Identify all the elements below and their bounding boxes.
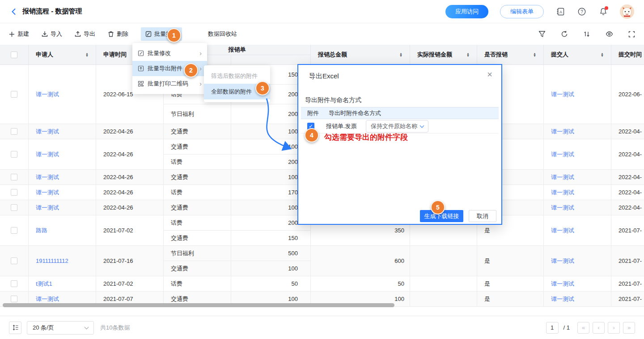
filter-icon[interactable]	[538, 30, 546, 38]
row-checkbox-cell	[0, 139, 29, 169]
applicant-link[interactable]: 谭一测试	[29, 200, 96, 215]
row-checkbox[interactable]	[11, 204, 17, 211]
submit-time-cell: 2022-04-	[611, 170, 644, 185]
app-access-button[interactable]: 应用访问	[445, 5, 488, 18]
column-header-submit-time[interactable]: 提交时间	[611, 45, 644, 64]
row-checkbox[interactable]	[11, 296, 17, 302]
sort-icon[interactable]: ▲▼	[85, 52, 89, 57]
row-checkbox[interactable]	[11, 227, 17, 234]
submitter-link[interactable]: 谭一测试	[544, 65, 611, 124]
applicant-link[interactable]: 路路	[29, 215, 96, 245]
total-count-label: 共10条数据	[100, 324, 130, 332]
qrcode-icon	[138, 81, 144, 87]
bell-icon[interactable]	[598, 7, 608, 17]
prev-page-button[interactable]: ‹	[593, 322, 605, 334]
annotation-text: 勾选需要导出的附件字段	[324, 132, 408, 142]
cancel-button[interactable]: 取消	[469, 210, 496, 222]
horizontal-scrollbar-thumb[interactable]	[3, 303, 394, 307]
import-button[interactable]: 导入	[42, 30, 62, 38]
help-icon[interactable]: ?	[577, 7, 587, 17]
row-checkbox-cell	[0, 200, 29, 215]
column-header-reimbursed[interactable]: 是否报销 ▲▼	[477, 45, 544, 64]
sort-icon[interactable]: ▲▼	[533, 52, 536, 57]
export-excel-modal: 导出Excel × 导出附件与命名方式 附件 导出时附件命名方式 ✓ 报销单.发…	[297, 64, 502, 225]
row-checkbox[interactable]	[11, 128, 17, 135]
row-checkbox[interactable]	[11, 257, 17, 264]
row-checkbox[interactable]	[11, 151, 17, 158]
first-page-button[interactable]: «	[577, 322, 589, 334]
applicant-link[interactable]: 谭一测试	[29, 139, 96, 169]
eye-icon[interactable]	[606, 30, 613, 38]
export-button[interactable]: 导出	[75, 30, 95, 38]
delete-button[interactable]: 删除	[108, 30, 128, 38]
sort-icon[interactable]	[583, 30, 590, 38]
column-header-actual-amount[interactable]: 实际报销金额 ▲▼	[410, 45, 477, 64]
applicant-link[interactable]: 谭一测试	[29, 170, 96, 185]
submit-time-cell: 2021-07-	[611, 292, 644, 306]
applicant-link[interactable]: 谭一测试	[29, 65, 96, 124]
next-page-button[interactable]: ›	[608, 322, 620, 334]
page-number-input[interactable]: 1	[546, 322, 559, 334]
menu-item-batch-print-qrcode[interactable]: 批量打印二维码 ›	[132, 76, 207, 91]
step-badge-1: 1	[167, 28, 181, 43]
submit-time-cell: 2022-04-	[611, 124, 644, 139]
table-row: 191111111122021-07-16节日福利500交通费100600是谭一…	[0, 246, 644, 276]
fullscreen-icon[interactable]	[628, 31, 635, 38]
submitter-link[interactable]: 谭一测试	[544, 246, 611, 276]
reimburse-item-row: 话费50	[164, 276, 310, 291]
select-all-checkbox[interactable]	[11, 51, 17, 58]
submitter-link[interactable]: 谭一测试	[544, 139, 611, 169]
reimburse-items: 话费170	[164, 185, 311, 200]
submitter-link[interactable]: 谭一测试	[544, 200, 611, 215]
naming-method-select[interactable]: 保持文件原始名称	[366, 120, 428, 133]
row-height-button[interactable]	[9, 322, 21, 334]
expense-category-cell: 交通费	[164, 124, 231, 139]
row-checkbox[interactable]	[11, 280, 17, 287]
reimburse-item-row: 话费200	[164, 215, 310, 230]
submitter-link[interactable]: 谭一测试	[544, 124, 611, 139]
chevron-right-icon: ›	[199, 50, 202, 57]
sort-icon[interactable]: ▲▼	[601, 52, 604, 57]
applicant-link[interactable]: t测试1	[29, 276, 96, 291]
sort-icon[interactable]: ▲▼	[466, 52, 470, 57]
applicant-link[interactable]: 谭一测试	[29, 124, 96, 139]
reimburse-items: 节日福利500交通费100	[164, 246, 311, 276]
import-icon	[42, 31, 48, 37]
column-header-submitter[interactable]: 提交人 ▲▼	[544, 45, 611, 64]
data-management-page: 报销流程 - 数据管理 应用访问 编辑表单 A ? 新建	[0, 0, 644, 339]
step-badge-3: 3	[255, 81, 270, 95]
submitter-link[interactable]: 谭一测试	[544, 170, 611, 185]
applicant-link[interactable]: 谭一测试	[29, 185, 96, 200]
page-size-select[interactable]: 20 条/页	[27, 321, 94, 335]
submitter-link[interactable]: 谭一测试	[544, 292, 611, 306]
new-record-button[interactable]: 新建	[9, 30, 29, 38]
row-checkbox[interactable]	[11, 91, 17, 98]
page-total-label: / 1	[564, 324, 570, 331]
column-header-total-amount[interactable]: 报销总金额 ▲▼	[311, 45, 410, 64]
reimburse-item-row: 交通费100	[164, 200, 310, 215]
row-checkbox-cell	[0, 170, 29, 185]
close-icon[interactable]: ×	[487, 69, 492, 80]
last-page-button[interactable]: »	[623, 322, 635, 334]
submitter-link[interactable]: 谭一测试	[544, 276, 611, 291]
refresh-icon[interactable]	[561, 30, 568, 38]
submitter-link[interactable]: 谭一测试	[544, 185, 611, 200]
apply-time-cell: 2022-04-26	[96, 170, 164, 185]
back-button[interactable]	[10, 8, 18, 16]
reimbursed-cell: 是	[477, 246, 544, 276]
submitter-link[interactable]: 谭一测试	[544, 215, 611, 245]
row-checkbox[interactable]	[11, 174, 17, 180]
edit-form-button[interactable]: 编辑表单	[500, 5, 544, 18]
export-attachment-icon	[138, 65, 144, 72]
recycle-bin-button[interactable]: 数据回收站	[208, 30, 237, 38]
sort-icon[interactable]: ▲▼	[399, 52, 402, 57]
api-doc-icon[interactable]: A	[555, 7, 565, 17]
expense-category-cell: 话费	[164, 185, 231, 200]
avatar[interactable]	[620, 4, 634, 19]
row-checkbox-cell	[0, 185, 29, 200]
reimburse-item-row: 交通费100	[164, 261, 310, 276]
applicant-link[interactable]: 19111111112	[29, 246, 96, 276]
menu-item-batch-edit[interactable]: 批量修改 ›	[132, 46, 207, 61]
column-header-applicant[interactable]: 申请人 ▲▼	[29, 45, 96, 64]
row-checkbox[interactable]	[11, 189, 17, 196]
